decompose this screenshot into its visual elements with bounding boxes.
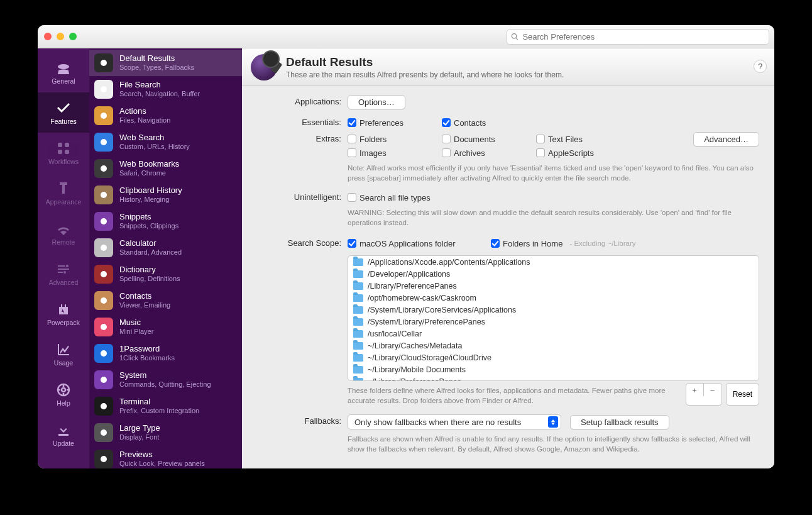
folder-icon (353, 294, 363, 302)
sidebar-item-actions[interactable]: ActionsFiles, Navigation (89, 102, 242, 129)
usage-icon (56, 342, 71, 357)
rail-help[interactable]: Help (38, 374, 89, 414)
label-applications: Applications: (257, 95, 348, 106)
unintelligent-check[interactable]: Search all file types (348, 191, 473, 204)
rail-advanced[interactable]: Advanced (38, 253, 89, 294)
scope-path-list[interactable]: /Applications/Xcode.app/Contents/Applica… (348, 255, 759, 381)
sidebar-item-web-search[interactable]: Web SearchCustom, URLs, History (89, 129, 242, 155)
sidebar-item-contacts[interactable]: ContactsViewer, Emailing (89, 287, 242, 314)
close-button[interactable] (44, 33, 52, 40)
scope-path-row[interactable]: ~/Library/PreferencePanes (348, 375, 759, 381)
scope-macos-check[interactable]: macOS Applications folder (348, 236, 473, 250)
essentials-preferences[interactable]: Preferences (348, 116, 442, 130)
essentials-contacts-checkbox[interactable] (442, 118, 451, 127)
setup-fallback-button[interactable]: Setup fallback results (570, 415, 669, 429)
sidebar-item-subtitle: Snippets, Clippings (119, 222, 178, 230)
scope-path-row[interactable]: ~/Library/Mobile Documents (348, 363, 759, 375)
folder-icon (353, 330, 363, 338)
label-scope: Search Scope: (257, 236, 348, 248)
sidebar-item-dictionary[interactable]: DictionarySpelling, Definitions (89, 261, 242, 287)
sidebar-item-calculator[interactable]: CalculatorStandard, Advanced (89, 235, 242, 261)
rail-workflows[interactable]: Workflows (38, 133, 89, 173)
svg-point-20 (101, 350, 107, 357)
rail-remote[interactable]: Remote (38, 213, 89, 253)
rail-usage[interactable]: Usage (38, 334, 89, 374)
search-all-types-checkbox[interactable] (348, 193, 356, 202)
zoom-button[interactable] (69, 33, 77, 40)
sidebar-item-title: Calculator (119, 239, 182, 248)
rail-features[interactable]: Features (38, 92, 89, 133)
scope-path-row[interactable]: /System/Library/CoreServices/Application… (348, 304, 759, 316)
rail-appearance[interactable]: Appearance (38, 173, 89, 213)
extras-applescripts-checkbox[interactable] (536, 148, 545, 157)
scope-reset-button[interactable]: Reset (726, 383, 759, 406)
scope-path-row[interactable]: /Library/PreferencePanes (348, 280, 759, 292)
rail-general[interactable]: General (38, 52, 89, 92)
sidebar-item-title: 1Password (119, 345, 175, 354)
applications-options-button[interactable]: Options… (348, 95, 405, 109)
help-button[interactable]: ? (754, 60, 767, 73)
scope-note: These folders define where Alfred looks … (348, 386, 686, 406)
sidebar-icon (94, 423, 113, 442)
minimize-button[interactable] (57, 33, 64, 40)
label-fallbacks: Fallbacks: (257, 414, 348, 426)
sidebar-item-large-type[interactable]: Large TypeDisplay, Font (89, 419, 242, 446)
scope-path-row[interactable]: /usr/local/Cellar (348, 328, 759, 340)
scope-home-checkbox[interactable] (491, 239, 500, 248)
rail-update[interactable]: Update (38, 414, 89, 455)
extras-archives[interactable]: Archives (442, 146, 536, 160)
extras-note: Note: Alfred works most efficiently if y… (348, 163, 759, 183)
sidebar-item-snippets[interactable]: SnippetsSnippets, Clippings (89, 208, 242, 235)
extras-documents-checkbox[interactable] (442, 135, 451, 143)
scope-remove-button[interactable]: − (704, 384, 721, 396)
svg-rect-1 (58, 143, 62, 147)
extras-text-files-checkbox[interactable] (536, 135, 545, 143)
scope-macos-checkbox[interactable] (348, 239, 356, 248)
search-preferences[interactable] (507, 29, 769, 45)
scope-path-text: /opt/homebrew-cask/Caskroom (368, 294, 476, 302)
sidebar-item-music[interactable]: MusicMini Player (89, 314, 242, 340)
sidebar-item-title: Previews (119, 450, 205, 460)
essentials-preferences-checkbox[interactable] (348, 118, 356, 127)
titlebar (38, 25, 774, 48)
extras-text-files[interactable]: Text Files (536, 132, 630, 146)
scope-add-button[interactable]: + (686, 384, 704, 396)
sidebar-icon (94, 344, 113, 363)
sidebar-item-previews[interactable]: PreviewsQuick Look, Preview panels (89, 446, 242, 468)
sidebar-item-default-results[interactable]: Default ResultsScope, Types, Fallbacks (89, 50, 242, 76)
scope-path-row[interactable]: /opt/homebrew-cask/Caskroom (348, 292, 759, 304)
rail-powerpack[interactable]: Powerpack (38, 294, 89, 334)
scope-path-row[interactable]: /System/Library/PreferencePanes (348, 316, 759, 328)
fallback-mode-select[interactable]: Only show fallbacks when there are no re… (348, 414, 561, 429)
scope-path-row[interactable]: ~/Library/Caches/Metadata (348, 340, 759, 352)
sidebar-item-web-bookmarks[interactable]: Web BookmarksSafari, Chrome (89, 155, 242, 182)
update-icon (56, 423, 71, 438)
extras-archives-checkbox[interactable] (442, 148, 451, 157)
sidebar-item-clipboard-history[interactable]: Clipboard HistoryHistory, Merging (89, 182, 242, 208)
sidebar-item-file-search[interactable]: File SearchSearch, Navigation, Buffer (89, 76, 242, 102)
search-input[interactable] (522, 32, 765, 42)
scope-path-row[interactable]: /Applications/Xcode.app/Contents/Applica… (348, 256, 759, 268)
sidebar-item-title: Large Type (119, 424, 160, 433)
scope-path-row[interactable]: /Developer/Applications (348, 268, 759, 280)
scope-home-check[interactable]: Folders in Home - Excluding ~/Library (491, 236, 636, 250)
sidebar-item-subtitle: Scope, Types, Fallbacks (119, 64, 194, 72)
sidebar-icon (94, 186, 113, 204)
essentials-contacts[interactable]: Contacts (442, 116, 536, 130)
extras-advanced-button[interactable]: Advanced… (693, 132, 759, 147)
extras-folders-checkbox[interactable] (348, 135, 356, 143)
folder-icon (353, 354, 363, 362)
scope-path-row[interactable]: ~/Library/CloudStorage/iCloudDrive (348, 352, 759, 363)
sidebar-item-1password[interactable]: 1Password1Click Bookmarks (89, 340, 242, 367)
features-icon (56, 101, 71, 116)
scope-path-text: ~/Library/PreferencePanes (368, 377, 461, 382)
extras-images[interactable]: Images (348, 146, 442, 160)
extras-images-checkbox[interactable] (348, 148, 356, 157)
scope-add-remove: + − (686, 383, 722, 406)
sidebar-item-terminal[interactable]: TerminalPrefix, Custom Integration (89, 393, 242, 419)
extras-folders[interactable]: Folders (348, 132, 442, 146)
scope-path-text: /System/Library/CoreServices/Application… (368, 306, 516, 314)
extras-applescripts[interactable]: AppleScripts (536, 146, 630, 160)
extras-documents[interactable]: Documents (442, 132, 536, 146)
sidebar-item-system[interactable]: SystemCommands, Quitting, Ejecting (89, 367, 242, 393)
